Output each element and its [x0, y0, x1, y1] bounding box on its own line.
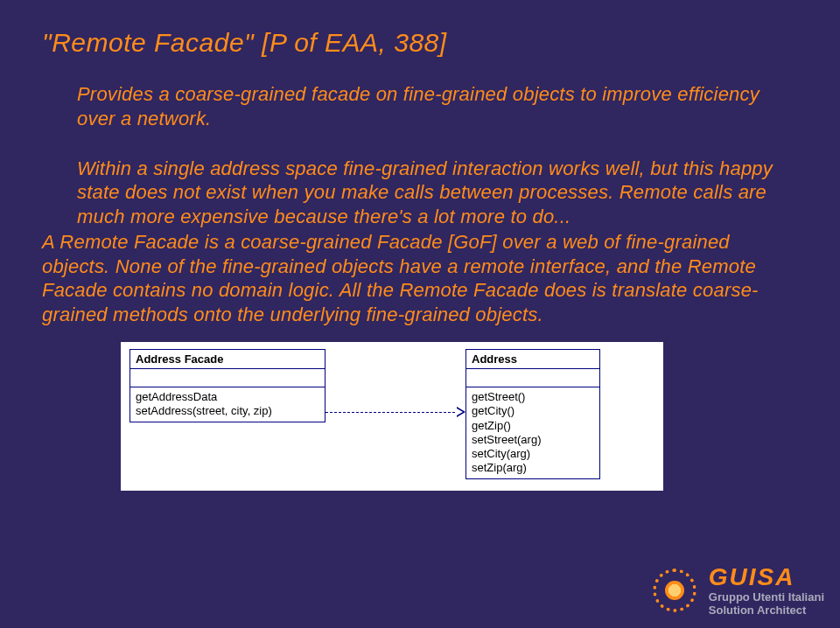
- uml-class-address-facade: Address Facade getAddressData setAddress…: [130, 349, 326, 422]
- uml-classname: Address Facade: [130, 350, 325, 369]
- uml-method: setZip(arg): [472, 461, 594, 475]
- uml-method-compartment: getStreet() getCity() getZip() setStreet…: [466, 387, 599, 478]
- footer-text: GUISA Gruppo Utenti Italiani Solution Ar…: [709, 565, 824, 616]
- footer-brand: GUISA: [709, 565, 824, 590]
- uml-class-address: Address getStreet() getCity() getZip() s…: [466, 349, 600, 479]
- uml-method: getCity(): [472, 404, 594, 418]
- paragraph-2: Within a single address space fine-grain…: [42, 157, 798, 229]
- uml-arrowhead-icon: [457, 407, 466, 417]
- slide-body: Provides a coarse-grained facade on fine…: [42, 82, 798, 326]
- uml-method: setAddress(street, city, zip): [136, 404, 319, 418]
- uml-dependency-arrow: [326, 412, 464, 413]
- paragraph-1: Provides a coarse-grained facade on fine…: [42, 82, 798, 130]
- footer-line1: Gruppo Utenti Italiani: [709, 591, 824, 603]
- slide-title: "Remote Facade" [P of EAA, 388]: [42, 28, 798, 58]
- uml-classname: Address: [466, 350, 599, 369]
- paragraph-3: A Remote Facade is a coarse-grained Faca…: [42, 230, 798, 326]
- uml-method: getAddressData: [136, 390, 319, 404]
- uml-method: getZip(): [472, 419, 594, 433]
- uml-attr-compartment: [466, 369, 599, 387]
- uml-method: setStreet(arg): [472, 433, 594, 447]
- uml-attr-compartment: [130, 369, 325, 387]
- uml-diagram: Address Facade getAddressData setAddress…: [121, 342, 663, 491]
- uml-method: getStreet(): [472, 390, 594, 404]
- footer: GUISA Gruppo Utenti Italiani Solution Ar…: [0, 565, 840, 616]
- guisa-logo-icon: [653, 569, 696, 612]
- footer-line2: Solution Architect: [709, 604, 824, 616]
- uml-method: setCity(arg): [472, 447, 594, 461]
- slide: "Remote Facade" [P of EAA, 388] Provides…: [0, 0, 840, 628]
- uml-diagram-wrap: Address Facade getAddressData setAddress…: [42, 342, 798, 491]
- uml-method-compartment: getAddressData setAddress(street, city, …: [130, 387, 325, 422]
